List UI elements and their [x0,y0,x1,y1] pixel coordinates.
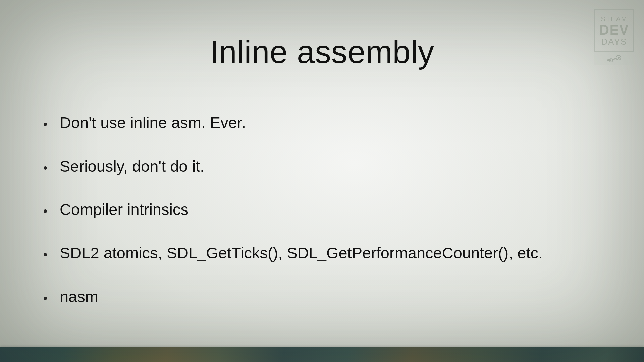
bullet-item: nasm [44,288,604,305]
bullet-text: Don't use inline asm. Ever. [60,114,246,131]
bullet-item: Compiler intrinsics [44,201,604,218]
slide-title: Inline assembly [0,34,644,70]
bullet-item: Don't use inline asm. Ever. [44,114,604,131]
slide-footer-bar [0,347,644,362]
bullet-text: Compiler intrinsics [60,201,189,218]
bullet-dot-icon [44,253,47,256]
bullet-dot-icon [44,297,47,300]
bullet-item: SDL2 atomics, SDL_GetTicks(), SDL_GetPer… [44,244,604,262]
bullet-text: SDL2 atomics, SDL_GetTicks(), SDL_GetPer… [60,244,543,262]
bullet-text: nasm [60,288,98,305]
logo-text-steam: STEAM [601,16,628,22]
slide: STEAM DEV DAYS Inline assembly Don't use… [0,0,644,362]
bullet-dot-icon [44,209,47,213]
bullet-list: Don't use inline asm. Ever. Seriously, d… [44,114,604,331]
bullet-dot-icon [44,166,47,170]
bullet-item: Seriously, don't do it. [44,158,604,175]
bullet-dot-icon [44,123,47,126]
bullet-text: Seriously, don't do it. [60,158,204,175]
